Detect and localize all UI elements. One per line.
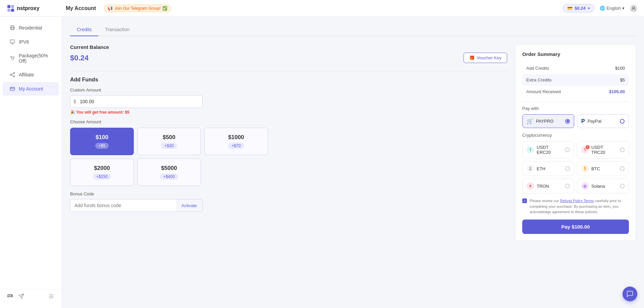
svg-rect-0 — [7, 5, 10, 8]
amount-card-100[interactable]: $100 +$5 — [70, 128, 134, 155]
paypal-label: PayPal — [588, 119, 601, 124]
credit-card-icon — [9, 86, 15, 92]
svg-point-15 — [13, 76, 15, 77]
amount-card-1000[interactable]: $1000 +$70 — [204, 128, 268, 155]
solana-icon: ◎ — [581, 182, 589, 190]
tab-transaction[interactable]: Transaction — [98, 23, 136, 36]
sidebar-item-label: Package(50% Off) — [19, 53, 52, 64]
btc-icon: ₿ — [581, 165, 589, 172]
crypto-option-usdt-erc20[interactable]: T USDT ERC20 — [522, 141, 574, 159]
activate-button[interactable]: Activate — [176, 200, 202, 211]
crypto-option-eth[interactable]: Ξ ETH — [522, 161, 574, 176]
telegram-badge[interactable]: 📢 Join Our Telegram Group! ✅ — [104, 5, 171, 12]
crypto-option-solana[interactable]: ◎ Solana — [577, 179, 629, 193]
pay-button[interactable]: Pay $100.00 — [522, 220, 629, 234]
verified-icon: ✅ — [162, 6, 167, 11]
payment-options: 🛒 PAYPRO P PayPal — [522, 114, 629, 128]
free-amount-value: $5 — [125, 110, 129, 115]
amount-input-wrap: $ — [70, 95, 507, 108]
crypto-option-usdt-trc20[interactable]: TT USDT TRC20 — [577, 141, 629, 159]
pay-with-label: Pay with — [522, 106, 629, 111]
sidebar-item-my-account[interactable]: My Account — [3, 82, 59, 96]
choose-amount-label: Choose Amount — [70, 119, 507, 124]
order-value-credits: $100 — [615, 66, 625, 71]
crypto-options: T USDT ERC20 TT USDT TRC20 Ξ ETH — [522, 141, 629, 193]
voucher-btn[interactable]: 🎁 Voucher Key — [464, 53, 507, 63]
shopping-cart-icon — [9, 55, 15, 61]
svg-point-11 — [12, 60, 12, 60]
amount-bonus: +$30 — [161, 143, 177, 149]
discord-icon[interactable] — [7, 293, 13, 300]
amount-value: $2000 — [94, 165, 110, 172]
sidebar-item-label: Affiliate — [19, 72, 34, 77]
svg-point-13 — [13, 72, 15, 74]
globe-icon: 🌐 — [600, 6, 605, 11]
svg-line-16 — [11, 73, 13, 74]
custom-amount-input[interactable] — [70, 95, 203, 108]
layout: Residential IPV6 Package(50% Off) Affili… — [0, 17, 644, 308]
amount-bonus: +$70 — [228, 143, 244, 149]
globe-icon — [9, 25, 15, 31]
crypto-label: Cryptocurrency — [522, 133, 629, 138]
free-amount-note: 🎉 You will get free amount: $5 — [70, 110, 507, 115]
balance-amount: $0.24 — [575, 6, 586, 11]
solana-radio — [620, 184, 625, 188]
order-label-credits: Add Credits — [526, 66, 549, 71]
logo[interactable]: nstproxy — [7, 4, 60, 12]
sidebar-item-package[interactable]: Package(50% Off) — [3, 49, 59, 67]
sidebar-item-ipv6[interactable]: IPV6 — [3, 35, 59, 49]
order-row-extra: Extra Credits $5 — [522, 74, 629, 86]
content-left: Current Balance $0.24 🎁 Voucher Key Add … — [70, 44, 507, 241]
add-funds-title: Add Funds — [70, 77, 507, 83]
add-funds-icon: + — [588, 6, 590, 11]
lang-label: English — [606, 6, 621, 11]
usdt-trc20-icon: TT — [581, 146, 589, 153]
usdt-trc20-label: USDT TRC20 — [591, 145, 617, 155]
user-avatar[interactable] — [630, 5, 637, 12]
chevron-down-icon: ▾ — [622, 6, 625, 11]
amount-value: $5000 — [161, 165, 177, 172]
sidebar-item-affiliate[interactable]: Affiliate — [3, 68, 59, 81]
usdt-trc20-radio — [620, 147, 625, 152]
sidebar: Residential IPV6 Package(50% Off) Affili… — [0, 17, 62, 308]
amount-card-2000[interactable]: $2000 +$150 — [70, 159, 134, 186]
chat-bubble[interactable] — [623, 287, 637, 301]
amount-card-5000[interactable]: $5000 +$400 — [137, 159, 201, 186]
bonus-code-input[interactable] — [70, 199, 176, 211]
gift-icon: 🎁 — [469, 55, 475, 60]
voucher-label: Voucher Key — [477, 55, 501, 60]
telegram-icon[interactable] — [18, 293, 25, 300]
tron-radio — [565, 184, 570, 188]
order-value-received: $105.00 — [609, 89, 625, 94]
custom-amount-label: Custom Amount — [70, 87, 507, 93]
usdt-erc20-icon: T — [527, 146, 534, 153]
amount-grid: $100 +$5 $500 +$30 $1000 +$70 $2000 — [70, 128, 268, 186]
crypto-option-tron[interactable]: ▼ TRON — [522, 179, 574, 193]
payment-option-paypal[interactable]: P PayPal — [577, 114, 629, 128]
usdt-erc20-radio — [565, 147, 570, 152]
svg-rect-2 — [7, 9, 10, 12]
topnav: nstproxy My Account 📢 Join Our Telegram … — [0, 0, 644, 17]
balance-chip[interactable]: 💳 $0.24 + — [563, 4, 594, 12]
crypto-option-btc[interactable]: ₿ BTC — [577, 161, 629, 176]
amount-bonus: +$5 — [95, 143, 109, 149]
svg-rect-1 — [11, 5, 14, 8]
currency-prefix: $ — [73, 99, 76, 104]
amount-card-500[interactable]: $500 +$30 — [137, 128, 201, 155]
payment-option-paypro[interactable]: 🛒 PAYPRO — [522, 114, 574, 128]
order-row-credits: Add Credits $100 — [522, 62, 629, 74]
sidebar-bottom — [0, 289, 62, 304]
tabs: Credits Transaction — [70, 23, 636, 36]
svg-point-12 — [13, 60, 14, 60]
svg-line-17 — [11, 75, 13, 76]
refund-checkbox[interactable]: ✓ — [522, 198, 527, 203]
tab-credits[interactable]: Credits — [70, 23, 98, 36]
sidebar-item-residential[interactable]: Residential — [3, 21, 59, 35]
menu-icon[interactable] — [48, 293, 55, 300]
svg-rect-8 — [10, 40, 15, 43]
paypal-icon: P — [581, 118, 585, 124]
topnav-right: 💳 $0.24 + 🌐 English ▾ — [563, 4, 637, 12]
refund-policy-link[interactable]: Refund Policy Terms — [560, 199, 594, 203]
language-selector[interactable]: 🌐 English ▾ — [600, 6, 625, 11]
sidebar-item-label: IPV6 — [19, 39, 29, 45]
